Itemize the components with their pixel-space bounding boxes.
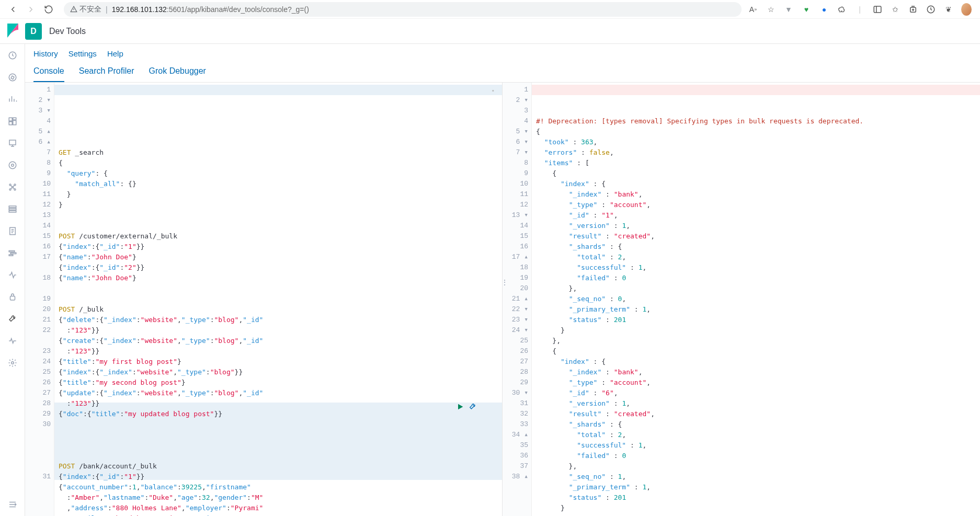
history-icon[interactable] — [926, 4, 936, 15]
svg-rect-9 — [9, 140, 16, 145]
sidebar-toggle-icon[interactable] — [872, 4, 883, 15]
nav-apm-icon[interactable] — [6, 247, 19, 259]
svg-point-25 — [11, 362, 14, 364]
svg-point-10 — [9, 162, 16, 169]
svg-point-11 — [11, 164, 14, 167]
tab-grok-debugger[interactable]: Grok Debugger — [149, 66, 206, 82]
read-aloud-icon[interactable]: A» — [748, 4, 758, 15]
request-options-button[interactable] — [469, 403, 477, 415]
tab-search-profiler[interactable]: Search Profiler — [79, 66, 134, 82]
dev-tools-subnav: History Settings Help — [25, 44, 980, 61]
reload-button[interactable] — [40, 2, 58, 17]
nav-maps-icon[interactable] — [6, 159, 19, 171]
request-code[interactable]: ▪ GET _search { "query": { "match_all": … — [54, 83, 502, 516]
nav-siem-icon[interactable] — [6, 291, 19, 303]
collapse-marker-icon[interactable]: ▪ — [491, 86, 495, 96]
insecure-badge: 不安全 — [70, 5, 101, 14]
favorite-icon[interactable]: ☆ — [766, 4, 776, 15]
request-actions — [456, 403, 477, 415]
space-badge[interactable]: D — [25, 23, 42, 40]
svg-rect-22 — [10, 253, 16, 254]
nav-recent-icon[interactable] — [6, 49, 19, 62]
nav-devtools-icon[interactable] — [6, 313, 19, 325]
url-host: 192.168.101.132 — [112, 5, 167, 14]
main-content: History Settings Help Console Search Pro… — [25, 44, 980, 516]
browser-bar: 不安全 | 192.168.101.132:5601/app/kibana#/d… — [0, 0, 980, 19]
svg-rect-19 — [9, 211, 16, 212]
svg-rect-18 — [9, 209, 16, 210]
extensions-icon[interactable] — [837, 4, 847, 15]
collections-icon[interactable] — [908, 4, 918, 15]
response-viewer: ⋮ 1 2 ▾ 3 4 5 ▾ 6 ▾ 7 ▾ 8 9 10 11 12 13 … — [503, 83, 980, 516]
svg-rect-23 — [9, 255, 13, 256]
link-help[interactable]: Help — [107, 49, 123, 58]
collapse-nav-icon[interactable] — [6, 498, 19, 511]
svg-rect-5 — [9, 118, 12, 121]
browser-extensions: A» ☆ ▼ ♥ ● | ✩ ❦ — [748, 4, 976, 15]
dev-tools-tabs: Console Search Profiler Grok Debugger — [25, 61, 980, 83]
ext-icon-shield[interactable]: ♥ — [801, 4, 812, 15]
svg-rect-6 — [13, 118, 16, 120]
svg-rect-0 — [874, 6, 881, 13]
nav-infra-icon[interactable] — [6, 203, 19, 215]
tab-console[interactable]: Console — [33, 66, 64, 82]
nav-management-icon[interactable] — [6, 357, 19, 369]
app-header: D Dev Tools — [0, 19, 980, 44]
link-settings[interactable]: Settings — [69, 49, 97, 58]
side-nav — [0, 44, 25, 516]
nav-discover-icon[interactable] — [6, 71, 19, 84]
split-handle-icon[interactable]: ⋮ — [503, 278, 509, 286]
favorites-bar-icon[interactable]: ✩ — [890, 4, 901, 15]
nav-monitoring-icon[interactable] — [6, 335, 19, 347]
svg-rect-21 — [9, 251, 15, 252]
page-title: Dev Tools — [49, 27, 86, 36]
send-request-button[interactable] — [456, 403, 464, 415]
nav-logs-icon[interactable] — [6, 225, 19, 237]
console-panes: 1 2 ▾ 3 ▾ 4 5 ▴ 6 ▴ 7 8 9 10 11 12 13 14… — [25, 83, 980, 516]
nav-dashboard-icon[interactable] — [6, 115, 19, 128]
nav-ml-icon[interactable] — [6, 181, 19, 193]
profile-avatar[interactable] — [961, 4, 972, 15]
svg-rect-7 — [13, 121, 16, 125]
response-gutter: 1 2 ▾ 3 4 5 ▾ 6 ▾ 7 ▾ 8 9 10 11 12 13 ▾ … — [503, 83, 532, 516]
ext-icon-blue[interactable]: ● — [819, 4, 829, 15]
nav-uptime-icon[interactable] — [6, 269, 19, 281]
ext-icon-heart[interactable]: ❦ — [943, 4, 954, 15]
back-button[interactable] — [4, 2, 22, 17]
address-bar[interactable]: 不安全 | 192.168.101.132:5601/app/kibana#/d… — [64, 2, 742, 17]
response-code: #! Deprecation: [types removal] Specifyi… — [532, 83, 980, 516]
svg-rect-8 — [9, 122, 12, 125]
svg-point-4 — [9, 74, 16, 81]
svg-rect-17 — [9, 206, 16, 208]
ext-icon-1[interactable]: ▼ — [783, 4, 794, 15]
link-history[interactable]: History — [33, 49, 58, 58]
nav-visualize-icon[interactable] — [6, 93, 19, 106]
request-gutter: 1 2 ▾ 3 ▾ 4 5 ▴ 6 ▴ 7 8 9 10 11 12 13 14… — [25, 83, 54, 516]
forward-button[interactable] — [22, 2, 40, 17]
svg-rect-24 — [10, 296, 15, 301]
nav-canvas-icon[interactable] — [6, 137, 19, 150]
request-editor[interactable]: 1 2 ▾ 3 ▾ 4 5 ▴ 6 ▴ 7 8 9 10 11 12 13 14… — [25, 83, 503, 516]
kibana-logo[interactable] — [4, 22, 23, 41]
